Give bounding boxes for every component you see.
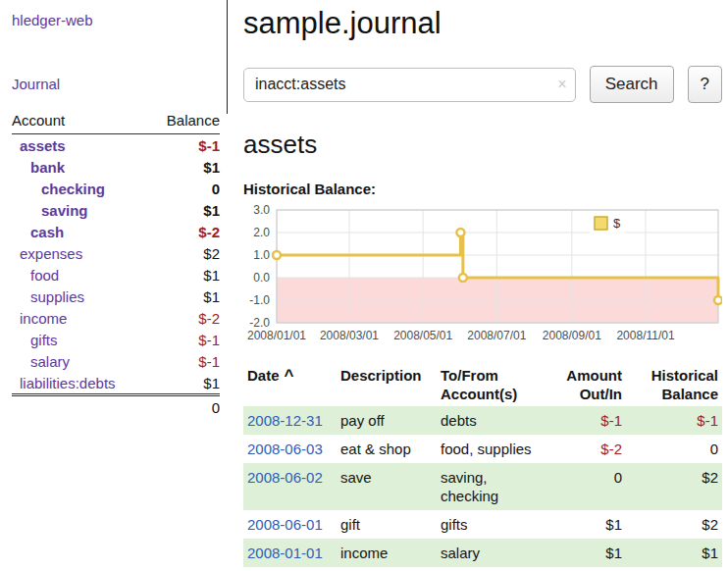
- account-row: bank$1: [12, 156, 220, 178]
- transaction-date-link[interactable]: 2008-06-03: [243, 435, 337, 463]
- svg-text:2.0: 2.0: [253, 226, 270, 239]
- data-point-marker: [273, 251, 281, 259]
- svg-text:2008/05/01: 2008/05/01: [393, 329, 452, 342]
- main-content: sample.journal × Search ? assets Histori…: [243, 0, 722, 567]
- accounts-header-account: Account: [12, 110, 149, 134]
- transaction-balance: $2: [626, 510, 722, 539]
- transaction-date-link[interactable]: 2008-12-31: [243, 406, 337, 435]
- account-row: supplies$1: [12, 286, 220, 307]
- search-box: ×: [243, 68, 576, 102]
- account-row: expenses$2: [12, 242, 220, 264]
- account-link[interactable]: salary: [12, 350, 149, 372]
- svg-text:-2.0: -2.0: [249, 316, 270, 330]
- account-balance: $-2: [149, 221, 220, 242]
- svg-text:2008/03/01: 2008/03/01: [320, 329, 379, 342]
- accounts-table: Account Balance assets$-1bank$1checking0…: [12, 110, 220, 419]
- account-balance: $1: [149, 286, 220, 307]
- transaction-amount: $-2: [547, 435, 626, 463]
- transaction-accounts: food, supplies: [437, 435, 547, 463]
- col-balance: Historical Balance: [626, 363, 722, 406]
- transaction-balance: 0: [626, 435, 722, 463]
- account-heading: assets: [243, 130, 722, 160]
- sidebar-divider: [227, 0, 228, 114]
- account-link[interactable]: income: [12, 307, 149, 329]
- svg-text:0.0: 0.0: [253, 271, 270, 285]
- data-point-marker: [714, 296, 722, 304]
- transaction-accounts: debts: [437, 406, 547, 435]
- data-point-marker: [459, 274, 467, 282]
- data-point-marker: [456, 229, 464, 236]
- register-row: 2008-06-01giftgifts$1$2: [243, 510, 722, 539]
- accounts-header-balance: Balance: [149, 110, 220, 134]
- account-link[interactable]: assets: [12, 134, 149, 157]
- account-balance: $2: [149, 242, 220, 264]
- account-balance: $1: [149, 199, 220, 221]
- account-row: income$-2: [12, 307, 220, 329]
- col-date-sortable[interactable]: Date^: [243, 363, 337, 406]
- account-balance: $-1: [149, 134, 220, 157]
- account-row: assets$-1: [12, 134, 220, 157]
- svg-text:1.0: 1.0: [253, 248, 270, 262]
- accounts-total-value: 0: [149, 395, 220, 419]
- account-balance: $1: [149, 156, 220, 178]
- transaction-description: pay off: [337, 406, 437, 435]
- register-row: 2008-01-01incomesalary$1$1: [243, 539, 722, 567]
- account-balance: $1: [149, 264, 220, 286]
- page-title: sample.journal: [243, 6, 722, 41]
- legend-swatch-icon: [595, 217, 607, 230]
- transaction-amount: $-1: [547, 406, 626, 435]
- col-amount: Amount Out/In: [547, 363, 626, 406]
- register-row: 2008-06-03eat & shopfood, supplies$-20: [243, 435, 722, 463]
- legend-label: $: [613, 216, 621, 231]
- account-link[interactable]: expenses: [12, 242, 149, 264]
- accounts-total-row: 0: [12, 395, 220, 419]
- account-balance: $1: [149, 372, 220, 395]
- account-row: checking0: [12, 178, 220, 199]
- search-form: × Search ?: [243, 66, 722, 103]
- svg-text:2008/09/01: 2008/09/01: [543, 329, 601, 342]
- transaction-description: income: [337, 539, 437, 567]
- transaction-date-link[interactable]: 2008-06-01: [243, 510, 337, 539]
- svg-text:2008/11/01: 2008/11/01: [616, 329, 674, 342]
- transaction-balance: $2: [626, 463, 722, 510]
- balance-chart-svg: 3.02.01.00.0-1.0-2.02008/01/012008/03/01…: [243, 204, 722, 351]
- svg-text:2008/07/01: 2008/07/01: [467, 329, 526, 342]
- nav-journal-link[interactable]: Journal: [12, 76, 228, 92]
- svg-text:2008/01/01: 2008/01/01: [247, 329, 306, 342]
- transaction-accounts: salary: [437, 539, 547, 567]
- account-link[interactable]: gifts: [12, 329, 149, 350]
- register-row: 2008-06-02savesaving, checking0$2: [243, 463, 722, 510]
- transaction-accounts: saving, checking: [437, 463, 547, 510]
- transaction-date-link[interactable]: 2008-06-02: [243, 463, 337, 510]
- app-title-link[interactable]: hledger-web: [12, 12, 228, 28]
- account-link[interactable]: supplies: [12, 286, 149, 307]
- historical-balance-chart: 3.02.01.00.0-1.0-2.02008/01/012008/03/01…: [243, 204, 722, 355]
- transaction-description: eat & shop: [337, 435, 437, 463]
- account-link[interactable]: cash: [12, 221, 149, 242]
- search-input[interactable]: [243, 68, 576, 102]
- clear-search-icon[interactable]: ×: [557, 76, 566, 93]
- account-row: liabilities:debts$1: [12, 372, 220, 395]
- account-link[interactable]: food: [12, 264, 149, 286]
- register-row: 2008-12-31pay offdebts$-1$-1: [243, 406, 722, 435]
- transaction-balance: $-1: [626, 406, 722, 435]
- account-link[interactable]: checking: [12, 178, 149, 199]
- svg-text:-1.0: -1.0: [249, 293, 270, 307]
- account-row: food$1: [12, 264, 220, 286]
- sidebar: hledger-web Journal Account Balance asse…: [0, 0, 228, 571]
- col-description: Description: [337, 363, 437, 406]
- transaction-description: save: [337, 463, 437, 510]
- account-row: cash$-2: [12, 221, 220, 242]
- account-link[interactable]: bank: [12, 156, 149, 178]
- search-button[interactable]: Search: [590, 66, 674, 103]
- accounts-total-spacer: [12, 395, 149, 419]
- account-balance: 0: [149, 178, 220, 199]
- account-link[interactable]: saving: [12, 199, 149, 221]
- transaction-date-link[interactable]: 2008-01-01: [243, 539, 337, 567]
- help-button[interactable]: ?: [688, 66, 722, 103]
- col-date-label: Date: [247, 367, 280, 384]
- register-header-row: Date^ Description To/From Account(s) Amo…: [243, 363, 722, 406]
- account-link[interactable]: liabilities:debts: [12, 372, 149, 395]
- transaction-balance: $1: [626, 539, 722, 567]
- account-balance: $-1: [149, 329, 220, 350]
